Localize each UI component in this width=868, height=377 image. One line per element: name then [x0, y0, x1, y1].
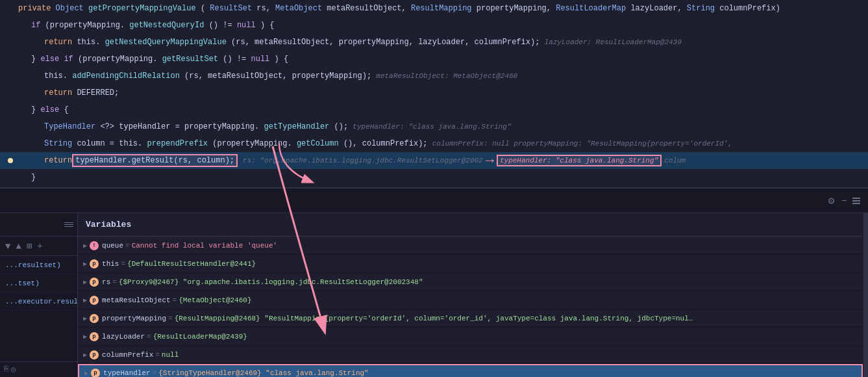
variables-header: Variables — [78, 213, 863, 237]
var-item-queue[interactable]: ▶ ! queue = Cannot find local variable '… — [78, 237, 863, 255]
debug-meta: metaResultObject: MetaObject@2460 — [376, 72, 517, 80]
left-panel-top — [0, 213, 77, 237]
code-content-4: } else if (propertyMapping. getResultSet… — [16, 55, 868, 64]
minimize-icon[interactable]: – — [841, 195, 847, 207]
type-string2: String — [44, 139, 77, 148]
expand-lazy: ▶ — [83, 333, 87, 341]
var-name-queue: queue — [102, 242, 123, 250]
paren-16: (), columnPrefix); — [343, 139, 428, 148]
var-icon-pm: p — [90, 314, 99, 323]
var-column: column = — [77, 139, 119, 148]
type-typehandler: TypeHandler — [44, 122, 95, 131]
expand-rs: ▶ — [83, 278, 87, 286]
paren-15: (propertyMapping. — [212, 139, 291, 148]
var-lazy: lazyLoader, — [630, 4, 686, 13]
var-item-this[interactable]: ▶ p this = {DefaultResultSetHandler@2441… — [78, 255, 863, 273]
var-icon-lazy: p — [90, 332, 99, 341]
variables-list: ▶ ! queue = Cannot find local variable '… — [78, 237, 863, 377]
boxed-code-1: typeHandler.getResult(rs, column); — [72, 154, 238, 167]
var-this: this. — [77, 38, 100, 47]
var-eq-colprefix: = — [155, 351, 160, 359]
code-line-7: } else { — [0, 101, 868, 118]
up-arrow-icon[interactable]: ▲ — [14, 240, 22, 253]
var-this3: this. — [119, 139, 142, 148]
var-eq-pm: = — [168, 315, 173, 322]
paren-6: } — [31, 55, 40, 64]
left-item-label3: ...executor.resultset) — [5, 298, 77, 306]
expand-this: ▶ — [83, 260, 87, 268]
expand-meta: ▶ — [83, 296, 87, 304]
var-eq-queue: = — [125, 242, 130, 250]
var-item-lazy[interactable]: ▶ p lazyLoader = {ResultLoaderMap@2439} — [78, 328, 863, 346]
inspect-icon[interactable]: ◎ — [11, 365, 16, 374]
left-item-tset[interactable]: ...tset) — [0, 274, 77, 292]
var-this2: this. — [44, 72, 68, 81]
var-item-rs[interactable]: ▶ p rs = {$Proxy9@2467} "org.apache.ibat… — [78, 273, 863, 291]
var-typehandler: typeHandler = propertyMapping. — [119, 122, 259, 131]
var-val-lazy: {ResultLoaderMap@2439} — [153, 333, 247, 341]
debug-area: ▼ ▲ ⊞ + ...resultset) ...tset) ...execut… — [0, 213, 868, 377]
var-name-this: this — [102, 260, 119, 268]
var-rs: rs, — [256, 4, 275, 13]
paren-3: () != — [209, 21, 237, 30]
type-resultset: ResultSet — [210, 4, 256, 13]
code-content-8: TypeHandler <?> typeHandler = propertyMa… — [16, 122, 868, 131]
var-icon-queue: ! — [90, 241, 99, 250]
method-addpending: addPendingChildRelation — [72, 72, 180, 81]
method-name: getPropertyMappingValue — [88, 4, 196, 13]
code-line-5: this. addPendingChildRelation (rs, metaR… — [0, 68, 868, 84]
kw-if: if — [31, 21, 45, 30]
left-item-executor[interactable]: ...executor.resultset) — [0, 292, 77, 311]
code-line-2: if (propertyMapping. getNestedQueryId ()… — [0, 17, 868, 34]
paren-11: } — [31, 105, 40, 114]
var-val-rs: {$Proxy9@2467} "org.apache.ibatis.loggin… — [119, 278, 423, 286]
var-icon-meta: p — [90, 296, 99, 305]
var-meta: metaResultObject, — [327, 4, 411, 13]
method-getnested: getNestedQueryId — [129, 21, 204, 30]
kw-return2: return — [44, 88, 77, 98]
paren: ( — [201, 4, 205, 13]
copy-icon[interactable]: ⎘ — [4, 365, 8, 374]
left-panel-items: ...resultset) ...tset) ...executor.resul… — [0, 256, 77, 361]
type-object: Object — [56, 4, 88, 13]
left-item-resultset[interactable]: ...resultset) — [0, 256, 77, 274]
code-content-5: this. addPendingChildRelation (rs, metaR… — [16, 72, 868, 81]
paren-4: ) { — [260, 21, 275, 30]
expand-colprefix: ▶ — [83, 351, 87, 359]
paren-14: (); — [334, 122, 349, 131]
breakpoint-indicator — [8, 158, 13, 163]
var-colprefix: columnPrefix) — [719, 4, 780, 13]
var-icon-rs: p — [90, 278, 99, 287]
debug-lazyloader: lazyLoader: ResultLoaderMap@2439 — [545, 38, 682, 46]
code-line-8: TypeHandler <?> typeHandler = propertyMa… — [0, 118, 868, 135]
variables-title: Variables — [86, 220, 131, 229]
var-name-colprefix: columnPrefix — [102, 351, 153, 359]
left-item-label2: ...tset) — [5, 280, 40, 287]
code-content-9: String column = this. prependPrefix (pro… — [16, 139, 868, 148]
var-item-typehandler[interactable]: ▶ p typeHandler = {StringTypeHandler@246… — [78, 364, 863, 377]
expand-typehandler: ▶ — [84, 369, 88, 377]
code-line-active: return typeHandler.getResult(rs, column)… — [0, 152, 868, 169]
filter-icon[interactable]: ⊞ — [25, 239, 33, 253]
down-arrow-icon[interactable]: ▼ — [4, 240, 12, 253]
var-eq-rs: = — [112, 278, 117, 286]
var-item-meta[interactable]: ▶ p metaResultObject = {MetaObject@2460} — [78, 291, 863, 309]
var-item-pm[interactable]: ▶ p propertyMapping = {ResultMapping@246… — [78, 309, 863, 328]
layout-icon[interactable] — [852, 198, 860, 204]
debug-rs: rs: "org.apache.ibatis.logging.jdbc.Resu… — [243, 157, 483, 164]
var-val-this: {DefaultResultSetHandler@2441} — [127, 260, 256, 268]
paren-7: (propertyMapping. — [78, 55, 157, 64]
var-val-queue: Cannot find local variable 'queue' — [132, 242, 277, 250]
code-content-6: return DEFERRED; — [16, 88, 868, 98]
debug-typehandler: typeHandler: "class java.lang.String" — [353, 123, 511, 131]
scrollbar[interactable] — [863, 213, 868, 377]
paren-close1: } — [31, 173, 36, 182]
code-content-2: if (propertyMapping. getNestedQueryId ()… — [16, 21, 868, 30]
settings-icon[interactable]: ⚙ — [828, 194, 835, 207]
line-indicator-active — [5, 158, 16, 163]
var-item-colprefix[interactable]: ▶ p columnPrefix = null — [78, 346, 863, 364]
paren-8: () != — [223, 55, 251, 64]
left-panel-bottom: ⎘ ◎ — [0, 361, 77, 377]
add-icon[interactable]: + — [36, 240, 43, 253]
code-line-close2: } — [0, 186, 868, 188]
